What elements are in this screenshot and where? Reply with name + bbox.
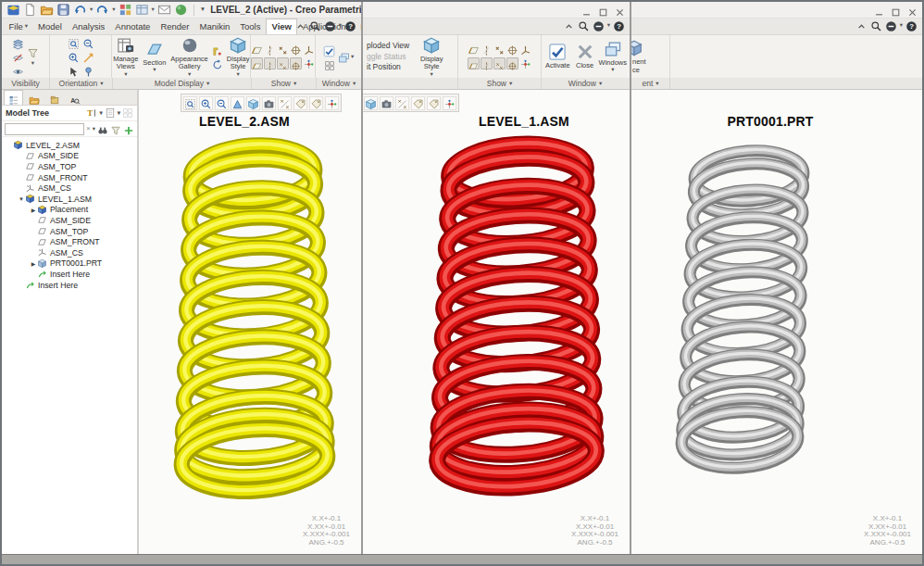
group-label-show[interactable]: Show▾ bbox=[252, 78, 317, 89]
spin-center-icon[interactable] bbox=[303, 57, 315, 69]
tab-folder-browser[interactable] bbox=[24, 91, 44, 105]
tree-item-asm-cs[interactable]: ASM_CS bbox=[2, 182, 137, 194]
csys-display-icon[interactable] bbox=[519, 44, 531, 56]
app-logo-icon[interactable] bbox=[6, 3, 20, 17]
chevron-down-icon[interactable]: ▾ bbox=[31, 60, 34, 67]
zoom-out-icon[interactable] bbox=[82, 37, 94, 49]
group-label-model-display[interactable]: Model Display▾ bbox=[113, 78, 252, 89]
model-tree-search-input[interactable] bbox=[5, 123, 84, 135]
tab-manikin[interactable]: Manikin bbox=[194, 19, 235, 35]
windows-menu-icon[interactable] bbox=[338, 51, 350, 63]
tab-favorites[interactable] bbox=[44, 91, 64, 105]
datum-axis-tag-icon[interactable] bbox=[481, 57, 493, 69]
zoom-in-icon[interactable] bbox=[68, 51, 80, 63]
group-label-window[interactable]: Window▾ bbox=[317, 78, 361, 89]
datum-display-filter-icon[interactable] bbox=[395, 96, 409, 110]
chevron-down-icon[interactable]: ▾ bbox=[339, 22, 342, 29]
datum-target-tag-icon[interactable] bbox=[506, 57, 518, 69]
help-icon[interactable]: ? bbox=[905, 19, 918, 31]
reorient-spin-icon[interactable] bbox=[212, 57, 223, 69]
datum-target-display-icon[interactable] bbox=[506, 44, 518, 56]
new-file-icon[interactable] bbox=[23, 3, 37, 17]
display-style-button[interactable]: Display Style ▾ bbox=[226, 36, 251, 77]
save-icon[interactable] bbox=[56, 3, 70, 17]
show-tags-icon[interactable] bbox=[427, 96, 441, 110]
mail-icon[interactable] bbox=[157, 3, 171, 17]
tab-model[interactable]: Model bbox=[33, 19, 68, 35]
ribbon-collapse-icon[interactable] bbox=[563, 19, 575, 31]
group-label-partial[interactable]: ent▾ bbox=[631, 78, 670, 89]
close-button[interactable]: Close bbox=[575, 36, 595, 77]
clear-search-icon[interactable]: × bbox=[86, 125, 91, 132]
spring-model-red[interactable] bbox=[363, 90, 630, 554]
windows-button[interactable]: Windows ▾ bbox=[598, 36, 628, 77]
previous-view-icon[interactable] bbox=[82, 51, 94, 63]
appearance-gallery-button[interactable]: Appearance Gallery ▾ bbox=[169, 36, 208, 77]
repaint-icon[interactable] bbox=[231, 96, 244, 110]
undo-icon[interactable] bbox=[73, 3, 87, 17]
tree-columns-icon[interactable] bbox=[122, 107, 133, 119]
datum-point-display-icon[interactable] bbox=[493, 44, 506, 56]
section-button[interactable]: Section ▾ bbox=[142, 36, 167, 77]
datum-plane-display-icon[interactable] bbox=[468, 44, 480, 56]
title-caret-icon[interactable]: ▼ bbox=[200, 6, 206, 13]
show-tags-icon[interactable] bbox=[309, 96, 323, 110]
tree-expand-right-icon[interactable]: ▶ bbox=[30, 207, 37, 213]
expand-all-icon[interactable] bbox=[123, 123, 134, 134]
tree-expand-right-icon[interactable]: ▶ bbox=[30, 260, 37, 267]
hide-icon[interactable] bbox=[12, 51, 24, 63]
filter-icon[interactable] bbox=[110, 123, 121, 134]
view-manager-icon[interactable] bbox=[135, 3, 149, 17]
command-search-icon[interactable] bbox=[870, 19, 882, 31]
tree-item-asm-front[interactable]: ASM_FRONT bbox=[2, 172, 137, 183]
named-view-icon[interactable] bbox=[82, 65, 94, 77]
datum-axis-display-icon[interactable] bbox=[264, 44, 276, 56]
layer-tree-icon[interactable] bbox=[12, 37, 24, 49]
account-menu-icon[interactable] bbox=[593, 19, 605, 31]
exploded-view-label[interactable]: ploded View bbox=[367, 42, 409, 50]
group-label-orientation[interactable]: Orientation▾ bbox=[50, 78, 113, 89]
help-icon[interactable]: ? bbox=[613, 19, 625, 31]
tab-render[interactable]: Render bbox=[156, 19, 194, 35]
annotation-display-icon[interactable] bbox=[293, 96, 307, 110]
account-menu-icon[interactable] bbox=[885, 19, 897, 31]
redo-icon[interactable] bbox=[95, 3, 109, 17]
window-close-icon[interactable] bbox=[615, 5, 625, 15]
tile-windows-icon[interactable] bbox=[324, 58, 335, 69]
csys-display-icon[interactable] bbox=[303, 44, 315, 56]
tree-item-asm-front[interactable]: ASM_FRONT bbox=[2, 236, 137, 247]
datum-point-tag-icon[interactable] bbox=[493, 57, 506, 69]
tab-annotate[interactable]: Annotate bbox=[110, 19, 156, 35]
tab-search[interactable]: A bbox=[65, 91, 84, 105]
chevron-down-icon[interactable]: ▾ bbox=[152, 6, 155, 13]
datum-plane-tag-icon[interactable] bbox=[468, 57, 480, 69]
activate-window-icon[interactable] bbox=[323, 44, 335, 57]
open-file-icon[interactable] bbox=[40, 3, 54, 17]
tree-filters-icon[interactable] bbox=[105, 107, 116, 119]
tree-item-insert-here[interactable]: Insert Here bbox=[2, 269, 137, 280]
group-label-window[interactable]: Window▾ bbox=[542, 78, 629, 89]
tree-item-level-2-asm[interactable]: LEVEL_2.ASM bbox=[2, 140, 137, 151]
tab-tools[interactable]: Tools bbox=[235, 19, 266, 35]
ribbon-collapse-icon[interactable] bbox=[294, 19, 306, 31]
find-icon[interactable] bbox=[97, 123, 108, 134]
command-search-icon[interactable] bbox=[578, 19, 590, 31]
saved-views-camera-icon[interactable] bbox=[262, 96, 276, 110]
scene-setup-icon[interactable] bbox=[212, 44, 223, 56]
chevron-down-icon[interactable]: ▾ bbox=[607, 22, 610, 29]
window-minimize-icon[interactable] bbox=[874, 5, 884, 15]
chevron-down-icon[interactable]: ▾ bbox=[90, 6, 93, 13]
chevron-down-icon[interactable]: ▾ bbox=[99, 110, 102, 117]
show-icon[interactable] bbox=[12, 65, 24, 77]
datum-plane-display-icon[interactable] bbox=[251, 44, 263, 56]
zoom-out-icon[interactable] bbox=[215, 96, 229, 110]
annotation-display-icon[interactable] bbox=[411, 96, 425, 110]
zoom-refit-icon[interactable] bbox=[68, 37, 80, 49]
chevron-down-icon[interactable]: ▾ bbox=[93, 126, 95, 132]
manage-views-button[interactable]: Manage Views ▾ bbox=[112, 36, 139, 77]
spin-center-icon[interactable] bbox=[443, 96, 456, 110]
tree-item-insert-here[interactable]: Insert Here bbox=[2, 280, 137, 291]
component-button-partial[interactable]: nent ce bbox=[631, 36, 668, 77]
datum-target-display-icon[interactable] bbox=[290, 44, 302, 56]
window-close-icon[interactable] bbox=[907, 5, 918, 15]
